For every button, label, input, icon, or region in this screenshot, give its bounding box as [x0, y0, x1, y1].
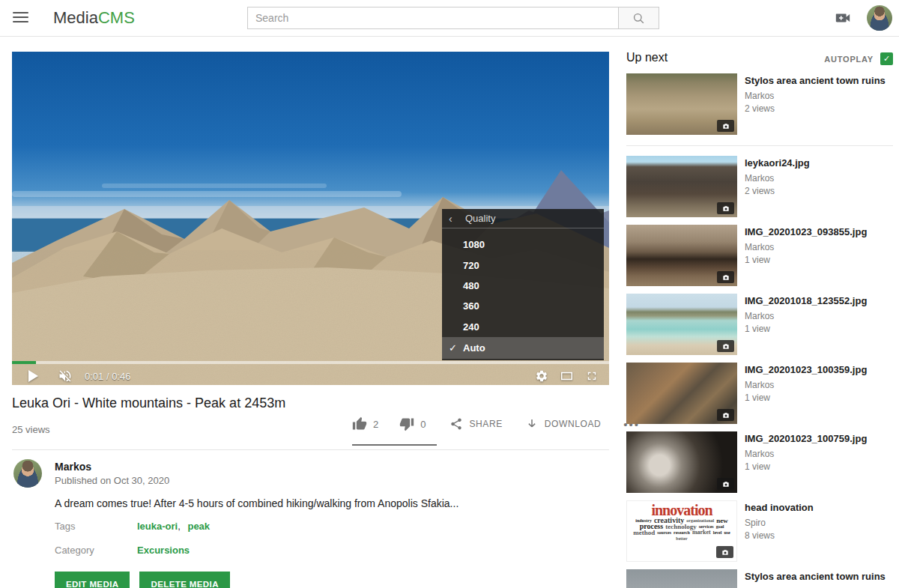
up-next-item[interactable]: Stylos area ancient town ruins Markos 2 … — [626, 73, 893, 135]
share-button[interactable]: SHARE — [450, 417, 502, 431]
download-button[interactable]: DOWNLOAD — [525, 417, 601, 431]
item-thumbnail[interactable] — [626, 569, 737, 588]
volume-off-icon — [58, 369, 73, 384]
menu-icon[interactable] — [13, 12, 28, 23]
up-next-item[interactable]: innovationindustrycreativityorganization… — [626, 500, 893, 562]
item-views: 1 view — [745, 255, 867, 265]
item-title: leykaori24.jpg — [745, 157, 810, 169]
tag-separator: , — [178, 521, 181, 532]
top-navbar: MediaCMS — [0, 0, 899, 37]
owner-actions: EDIT MEDIA DELETE MEDIA — [55, 572, 230, 588]
quality-options-list: 1080 720 480 360 240 — [442, 228, 604, 337]
item-author: Markos — [745, 380, 867, 390]
camera-icon — [721, 204, 730, 213]
quality-menu-back[interactable]: ‹ Quality — [442, 209, 604, 228]
category-label: Category — [55, 545, 94, 556]
quality-option[interactable]: 720 — [442, 255, 604, 275]
media-type-badge — [717, 478, 734, 490]
rating-underline — [352, 444, 437, 446]
video-camera-plus-icon — [833, 10, 853, 26]
quality-option[interactable]: 480 — [442, 276, 604, 296]
tag-link[interactable]: peak — [187, 521, 210, 532]
like-count: 2 — [373, 419, 378, 430]
thumb-down-icon — [399, 416, 414, 431]
video-description: A dream comes true! After 4-5 hours of c… — [55, 497, 534, 511]
gear-icon — [535, 369, 548, 383]
fullscreen-button[interactable] — [585, 369, 599, 383]
item-author: Markos — [745, 91, 886, 101]
dislike-button[interactable]: 0 — [399, 416, 426, 431]
camera-icon — [721, 480, 730, 488]
mute-button[interactable] — [58, 369, 73, 384]
upload-media-button[interactable] — [833, 9, 853, 27]
wordcloud-main-word: innovation — [630, 503, 733, 518]
item-views: 1 view — [745, 392, 867, 403]
item-title: IMG_20201023_100359.jpg — [745, 364, 867, 376]
item-author: Markos — [745, 173, 810, 184]
item-thumbnail[interactable] — [626, 156, 737, 217]
progress-bar[interactable] — [12, 361, 609, 364]
like-button[interactable]: 2 — [352, 416, 378, 431]
time-display: 0:01 / 0:46 — [85, 371, 130, 382]
player-controls-right — [535, 369, 609, 383]
quality-option-selected[interactable]: ✓ Auto — [442, 337, 604, 359]
view-count: 25 views — [12, 424, 50, 435]
item-views: 8 views — [745, 530, 814, 541]
search-input[interactable] — [247, 7, 618, 29]
camera-icon — [721, 342, 730, 351]
up-next-list: Stylos area ancient town ruins Markos 2 … — [626, 73, 893, 588]
check-icon: ✓ — [449, 342, 463, 354]
media-type-badge — [716, 546, 733, 558]
up-next-item[interactable]: Stylos area ancient town ruins — [626, 569, 893, 588]
media-type-badge — [717, 340, 734, 352]
camera-icon — [721, 548, 730, 557]
download-icon — [525, 417, 539, 431]
play-button[interactable] — [12, 370, 38, 382]
up-next-item[interactable]: IMG_20201023_100759.jpg Markos 1 view — [626, 431, 893, 493]
item-thumbnail[interactable] — [626, 431, 737, 493]
item-title: head inovation — [745, 502, 814, 514]
quality-option[interactable]: 1080 — [442, 234, 604, 255]
author-name[interactable]: Markos — [55, 461, 91, 473]
avatar-photo — [867, 5, 892, 31]
quality-option[interactable]: 360 — [442, 296, 604, 316]
category-value: Excursions — [137, 545, 190, 556]
author-avatar[interactable] — [13, 459, 42, 488]
up-next-item[interactable]: leykaori24.jpg Markos 2 views — [626, 156, 893, 217]
theater-mode-icon — [559, 369, 575, 383]
item-title: IMG_20201018_123552.jpg — [745, 295, 867, 307]
action-bar: 2 0 SHARE DOWNLOAD ••• — [352, 416, 640, 431]
up-next-item[interactable]: IMG_20201023_093855.jpg Markos 1 view — [626, 225, 893, 286]
theater-mode-button[interactable] — [559, 369, 575, 383]
item-author: Markos — [745, 242, 867, 252]
category-link[interactable]: Excursions — [137, 545, 190, 556]
tags-list: leuka-ori, peak — [137, 521, 210, 532]
item-thumbnail[interactable]: innovationindustrycreativityorganization… — [626, 500, 737, 562]
edit-media-button[interactable]: EDIT MEDIA — [55, 572, 130, 588]
settings-button[interactable] — [535, 369, 548, 383]
video-player[interactable]: 0:01 / 0:46 ‹ Quality 1080 — [12, 52, 609, 385]
selected-quality-label: Auto — [463, 342, 485, 354]
autoplay-checkbox[interactable]: ✓ — [880, 52, 893, 65]
video-title: Leuka Ori - White mountains - Peak at 24… — [12, 395, 536, 411]
delete-media-button[interactable]: DELETE MEDIA — [139, 572, 229, 588]
user-avatar[interactable] — [867, 5, 892, 31]
item-thumbnail[interactable] — [626, 294, 737, 355]
media-type-badge — [717, 202, 734, 214]
quality-option[interactable]: 240 — [442, 317, 604, 337]
item-thumbnail[interactable] — [626, 363, 737, 424]
tag-link[interactable]: leuka-ori — [137, 521, 178, 532]
item-thumbnail[interactable] — [626, 73, 737, 135]
search-button[interactable] — [618, 7, 659, 29]
item-views: 2 views — [745, 103, 886, 114]
item-title: Stylos area ancient town ruins — [745, 571, 886, 583]
up-next-title: Up next — [626, 51, 668, 64]
mediacms-page: MediaCMS — [0, 0, 899, 588]
logo-cms: CMS — [98, 8, 135, 27]
up-next-item[interactable]: IMG_20201018_123552.jpg Markos 1 view — [626, 294, 893, 355]
item-thumbnail[interactable] — [626, 225, 737, 286]
mediacms-logo[interactable]: MediaCMS — [53, 8, 135, 28]
share-icon — [450, 417, 463, 431]
up-next-item[interactable]: IMG_20201023_100359.jpg Markos 1 view — [626, 363, 893, 424]
camera-icon — [721, 273, 730, 282]
